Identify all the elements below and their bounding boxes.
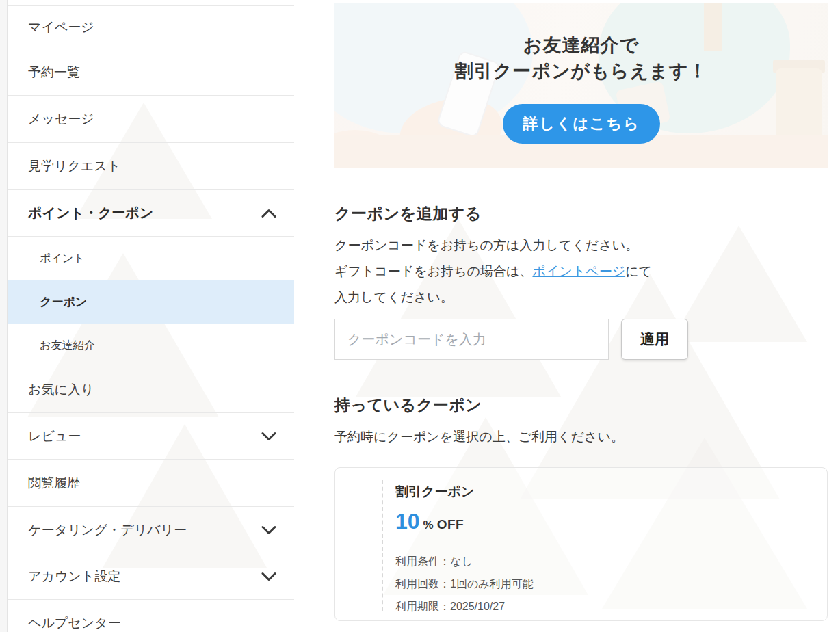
main-content: お友達紹介で 割引クーポンがもらえます！ 詳しくはこちら クーポンを追加する ク… — [334, 0, 828, 632]
coupon-conditions: 利用条件：なし — [395, 550, 534, 572]
discount-value: 10 — [395, 509, 420, 534]
owned-coupons-heading: 持っているクーポン — [334, 395, 482, 416]
chevron-down-icon — [261, 432, 276, 440]
banner-headline-line1: お友達紹介で — [334, 32, 828, 58]
sidebar-item-label: メッセージ — [28, 110, 94, 128]
sidebar-item-label: アカウント設定 — [28, 568, 120, 585]
coupon-usage-count: 利用回数：1回のみ利用可能 — [395, 572, 534, 595]
coupon-expiry: 利用期限：2025/10/27 — [395, 595, 534, 618]
chevron-up-icon — [261, 209, 276, 218]
sidebar-item-label: 見学リクエスト — [28, 157, 120, 175]
sidebar-item-history[interactable]: 閲覧履歴 — [8, 460, 294, 507]
sidebar-item-reservations[interactable]: 予約一覧 — [8, 49, 294, 96]
sidebar-item-label: ポイント・クーポン — [28, 204, 153, 222]
sidebar-item-tour-request[interactable]: 見学リクエスト — [8, 143, 294, 190]
banner-headline-line2: 割引クーポンがもらえます！ — [334, 58, 828, 84]
sidebar-item-points[interactable]: ポイント — [8, 237, 294, 280]
sidebar-item-favorites[interactable]: お気に入り — [8, 367, 294, 413]
coupon-card: 割引クーポン 10 % OFF 利用条件：なし 利用回数：1回のみ利用可能 利用… — [334, 467, 828, 621]
owned-coupons-description: 予約時にクーポンを選択の上、ご利用ください。 — [334, 424, 624, 450]
add-coupon-description: クーポンコードをお持ちの方は入力してください。 ギフトコードをお持ちの場合は、ポ… — [334, 233, 652, 311]
sidebar-item-messages[interactable]: メッセージ — [8, 96, 294, 143]
coupon-discount: 10 % OFF — [395, 509, 464, 534]
banner-cta-button[interactable]: 詳しくはこちら — [503, 104, 660, 144]
sidebar-item-reviews[interactable]: レビュー — [8, 413, 294, 460]
referral-banner[interactable]: お友達紹介で 割引クーポンがもらえます！ 詳しくはこちら — [334, 3, 828, 168]
sidebar-item-label: お友達紹介 — [40, 339, 94, 353]
sidebar-item-label: ポイント — [40, 252, 85, 266]
points-page-link[interactable]: ポイントページ — [532, 264, 625, 278]
chevron-down-icon — [261, 572, 276, 581]
sidebar-item-label: 予約一覧 — [28, 64, 80, 81]
sidebar: マイページ 予約一覧 メッセージ 見学リクエスト ポイント・クーポン ポイント … — [7, 0, 294, 632]
coupon-perforation-line — [382, 480, 383, 611]
sidebar-item-label: お気に入り — [28, 381, 94, 399]
discount-suffix: OFF — [437, 517, 464, 532]
sidebar-item-account-settings[interactable]: アカウント設定 — [8, 553, 294, 600]
coupon-details: 利用条件：なし 利用回数：1回のみ利用可能 利用期限：2025/10/27 — [395, 550, 534, 618]
sidebar-item-help-center[interactable]: ヘルプセンター — [8, 600, 294, 632]
page: マイページ 予約一覧 メッセージ 見学リクエスト ポイント・クーポン ポイント … — [0, 0, 840, 632]
sidebar-item-label: マイページ — [28, 18, 94, 36]
banner-headline: お友達紹介で 割引クーポンがもらえます！ — [334, 32, 828, 84]
sidebar-item-label: 閲覧履歴 — [28, 474, 80, 492]
description-line3: 入力してください。 — [334, 290, 454, 304]
sidebar-item-catering-delivery[interactable]: ケータリング・デリバリー — [8, 507, 294, 553]
add-coupon-heading: クーポンを追加する — [334, 203, 482, 224]
coupon-code-input[interactable] — [334, 319, 609, 360]
sidebar-item-coupons[interactable]: クーポン — [8, 280, 294, 324]
sidebar-item-mypage[interactable]: マイページ — [8, 5, 294, 49]
page-left-gutter — [0, 0, 7, 632]
sidebar-item-label: ヘルプセンター — [28, 614, 121, 632]
chevron-down-icon — [261, 525, 276, 534]
description-line2-before: ギフトコードをお持ちの場合は、 — [334, 264, 532, 278]
apply-coupon-button[interactable]: 適用 — [621, 319, 688, 360]
sidebar-item-label: ケータリング・デリバリー — [28, 521, 187, 539]
sidebar-item-points-coupons[interactable]: ポイント・クーポン — [8, 190, 294, 237]
sidebar-item-label: クーポン — [40, 294, 87, 310]
sidebar-item-label: レビュー — [28, 427, 81, 445]
description-line1: クーポンコードをお持ちの方は入力してください。 — [334, 238, 638, 252]
description-line2-after: にて — [625, 264, 652, 278]
coupon-title: 割引クーポン — [395, 483, 474, 501]
sidebar-item-referral[interactable]: お友達紹介 — [8, 324, 294, 367]
discount-unit: % — [423, 518, 434, 532]
